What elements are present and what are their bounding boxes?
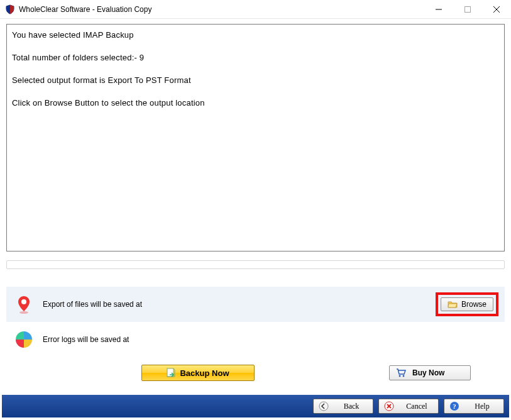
separator-bar bbox=[6, 260, 505, 269]
footer-bar: Back Cancel ? Help bbox=[2, 395, 509, 417]
buy-now-label: Buy Now bbox=[412, 368, 444, 377]
app-icon bbox=[5, 4, 15, 14]
help-button[interactable]: ? Help bbox=[444, 399, 504, 414]
error-log-label: Error logs will be saved at bbox=[43, 335, 426, 344]
backup-now-label: Backup Now bbox=[180, 368, 229, 378]
window-title: WholeClear Software - Evaluation Copy bbox=[19, 5, 424, 14]
back-button[interactable]: Back bbox=[313, 399, 373, 414]
help-question-icon: ? bbox=[449, 401, 459, 411]
shopping-cart-icon bbox=[396, 368, 406, 378]
svg-point-11 bbox=[319, 402, 328, 411]
pie-chart-icon bbox=[14, 329, 34, 350]
close-button[interactable] bbox=[482, 0, 511, 18]
cancel-x-icon bbox=[384, 401, 394, 411]
window-controls bbox=[424, 0, 511, 18]
titlebar: WholeClear Software - Evaluation Copy bbox=[0, 0, 511, 19]
summary-panel: You have selected IMAP Backup Total numb… bbox=[6, 24, 505, 251]
summary-line-instruction: Click on Browse Button to select the out… bbox=[12, 97, 499, 109]
browse-button[interactable]: Browse bbox=[441, 297, 493, 311]
svg-point-9 bbox=[399, 375, 401, 377]
buy-now-button[interactable]: Buy Now bbox=[389, 365, 471, 380]
browse-highlight-frame: Browse bbox=[436, 292, 498, 316]
backup-now-button[interactable]: Backup Now bbox=[141, 365, 255, 381]
summary-line-folders: Total number of folders selected:- 9 bbox=[12, 52, 499, 64]
svg-rect-1 bbox=[465, 6, 471, 12]
error-log-row: Error logs will be saved at bbox=[6, 322, 505, 357]
back-arrow-icon bbox=[319, 401, 329, 411]
folder-open-icon bbox=[448, 299, 458, 309]
export-location-label: Export of files will be saved at bbox=[43, 300, 426, 309]
location-pin-icon bbox=[14, 294, 34, 314]
export-location-row: Export of files will be saved at Browse bbox=[6, 287, 505, 322]
svg-text:?: ? bbox=[453, 402, 456, 410]
maximize-button[interactable] bbox=[453, 0, 482, 18]
summary-line-backup: You have selected IMAP Backup bbox=[12, 30, 499, 41]
minimize-button[interactable] bbox=[424, 0, 453, 18]
back-button-label: Back bbox=[335, 402, 368, 411]
summary-line-format: Selected output format is Export To PST … bbox=[12, 75, 499, 86]
svg-point-10 bbox=[403, 375, 405, 377]
svg-point-4 bbox=[21, 299, 26, 304]
document-save-icon bbox=[166, 368, 176, 378]
cancel-button[interactable]: Cancel bbox=[378, 399, 439, 414]
svg-point-5 bbox=[19, 311, 28, 314]
browse-button-label: Browse bbox=[461, 300, 486, 309]
help-button-label: Help bbox=[466, 402, 498, 411]
cancel-button-label: Cancel bbox=[400, 402, 433, 411]
